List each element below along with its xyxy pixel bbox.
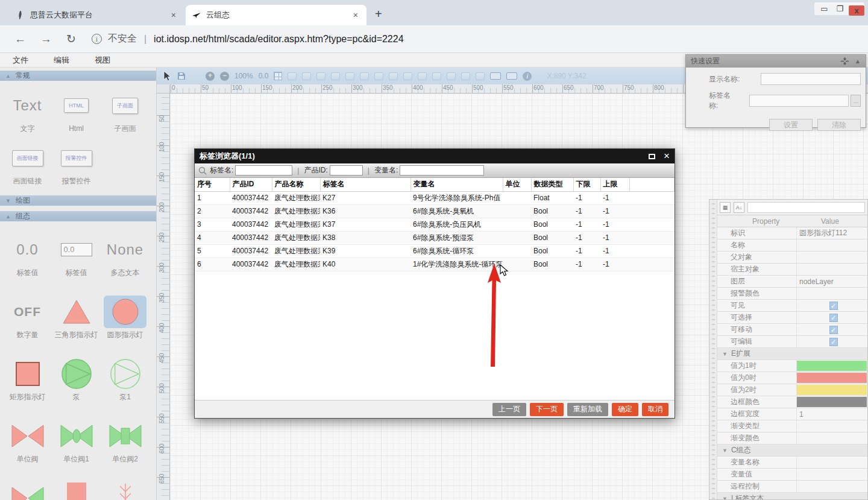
checkbox-checked-icon[interactable]: ✓ (829, 326, 838, 334)
property-row-值为1时[interactable]: 值为1时 (717, 360, 867, 372)
window-minimize-button[interactable]: ▭ (820, 4, 828, 13)
sidebar-component-单位阀2[interactable]: 单位阀2 (101, 411, 149, 464)
property-row-图层[interactable]: 图层nodeLayer (717, 276, 867, 288)
sidebar-component-车手[interactable]: 车手 (101, 473, 149, 500)
cursor-tool-icon[interactable] (163, 71, 171, 81)
property-row-变量值[interactable]: 变量值 (717, 469, 867, 481)
sidebar-section-general[interactable]: ▲ 常规 (0, 71, 156, 81)
property-value[interactable]: 1 (797, 408, 867, 420)
property-value[interactable]: 圆形指示灯112 (797, 227, 867, 239)
apply-button[interactable]: 设置 (769, 119, 813, 131)
property-value[interactable] (797, 396, 867, 408)
display-name-input[interactable] (761, 73, 861, 85)
property-value[interactable] (797, 372, 867, 384)
property-row-可编辑[interactable]: 可编辑✓ (717, 336, 867, 348)
filter-input-2[interactable] (400, 165, 484, 176)
sidebar-component-圆形指示灯[interactable]: 圆形指示灯 (101, 287, 149, 340)
forward-icon[interactable]: → (40, 33, 52, 46)
browser-tab-1[interactable]: 思普云大数据平台 × (10, 5, 184, 25)
property-filter-input[interactable] (747, 202, 865, 213)
sidebar-component-Html[interactable]: HTMLHtml (52, 81, 101, 133)
window-close-button[interactable]: ✕ x (852, 4, 858, 13)
取消-button[interactable]: 取消 (642, 403, 668, 416)
table-header-cell[interactable] (629, 178, 675, 191)
checkbox-checked-icon[interactable]: ✓ (829, 302, 838, 310)
table-row[interactable]: 1400037442废气处理数据采K279号化学洗涤除臭系统-Ph值Float-… (195, 191, 675, 204)
clear-button[interactable]: 清除 (817, 119, 861, 131)
table-header-cell[interactable]: 序号 (195, 178, 230, 191)
property-row-变量名称[interactable]: 变量名称 (717, 457, 867, 469)
property-value[interactable] (797, 252, 867, 263)
grid-toggle-icon[interactable] (274, 72, 282, 80)
filter-input-1[interactable] (330, 165, 363, 176)
table-header-cell[interactable]: 数据类型 (531, 178, 573, 191)
sidebar-component-多态文本[interactable]: None多态文本 (101, 225, 149, 277)
property-row-父对象[interactable]: 父对象 (717, 252, 867, 264)
omnibox[interactable]: i 不安全 | iot.idosp.net/html/scada/editor.… (92, 33, 404, 45)
tab-close-icon[interactable]: × (351, 10, 360, 20)
table-row[interactable]: 3400037442废气处理数据采K376#除臭系统-负压风机Bool-1-1 (195, 218, 675, 231)
property-value[interactable] (797, 384, 867, 396)
checkbox-checked-icon[interactable]: ✓ (829, 314, 838, 322)
browser-tab-2[interactable]: 云组态 × (186, 5, 366, 25)
menu-item-编辑[interactable]: 编辑 (41, 55, 82, 66)
property-row-边框颜色[interactable]: 边框颜色 (717, 396, 867, 408)
property-row-标识[interactable]: 标识圆形指示灯112 (717, 227, 867, 239)
checkbox-checked-icon[interactable]: ✓ (829, 338, 838, 346)
sidebar-component-断路器[interactable]: 断路器 (52, 473, 101, 500)
collapse-icon[interactable]: ▲ (855, 58, 861, 65)
property-group-label[interactable]: ▼E扩展 (717, 348, 867, 359)
property-value[interactable] (797, 481, 867, 492)
property-row-值为2时[interactable]: 值为2时 (717, 384, 867, 396)
property-value[interactable] (797, 239, 867, 251)
sidebar-component-三角形指示灯[interactable]: 三角形指示灯 (52, 287, 101, 340)
sidebar-component-标签值[interactable]: 0.0标签值 (3, 225, 52, 277)
window-restore-button[interactable]: ❐ (836, 4, 843, 13)
sidebar-component-单位阀1[interactable]: 单位阀1 (52, 411, 101, 464)
quick-settings-header[interactable]: 快速设置 ▲ (686, 55, 866, 68)
categorize-icon[interactable]: ▦ (720, 202, 731, 213)
dock-icon[interactable] (841, 57, 849, 65)
menu-item-文件[interactable]: 文件 (0, 55, 41, 66)
new-tab-button[interactable]: + (375, 7, 382, 21)
tag-name-input[interactable] (749, 95, 849, 107)
table-row[interactable]: 6400037442废气处理数据采K401#化学洗涤除臭系统-循环泵Bool-1… (195, 258, 675, 271)
sidebar-component-文字[interactable]: Text文字 (3, 81, 52, 133)
sidebar-component-泵1[interactable]: 泵1 (101, 349, 149, 402)
重新加载-button[interactable]: 重新加载 (567, 403, 608, 416)
filter-input-0[interactable] (235, 165, 292, 176)
property-value[interactable]: ✓ (797, 324, 867, 335)
property-row-可见[interactable]: 可见✓ (717, 300, 867, 312)
table-row[interactable]: 2400037442废气处理数据采K366#除臭系统-臭氧机Bool-1-1 (195, 204, 675, 218)
color-swatch[interactable] (797, 385, 867, 395)
sidebar-section-zutai[interactable]: ▲ 组态 (0, 211, 156, 221)
property-row-值为0时[interactable]: 值为0时 (717, 372, 867, 384)
property-value[interactable] (797, 360, 867, 372)
property-value[interactable] (797, 469, 867, 480)
table-row[interactable]: 5400037442废气处理数据采K396#除臭系统-循环泵Bool-1-1 (195, 244, 675, 258)
back-icon[interactable]: ← (14, 33, 26, 46)
property-row-可移动[interactable]: 可移动✓ (717, 324, 867, 336)
sidebar-component-标签值[interactable]: 0.0标签值 (52, 225, 101, 277)
tag-browse-button[interactable]: ... (851, 95, 861, 107)
dialog-titlebar[interactable]: 标签浏览器(1/1) × (195, 149, 675, 163)
table-header-cell[interactable]: 单位 (503, 178, 531, 191)
sidebar-component-画面链接[interactable]: 画面链接画面链接 (3, 133, 52, 186)
table-header-cell[interactable]: 变量名 (410, 178, 503, 191)
property-value[interactable]: nodeLayer (797, 276, 867, 287)
property-value[interactable] (797, 420, 867, 432)
property-row-名称[interactable]: 名称 (717, 239, 867, 252)
tab-close-icon[interactable]: × (169, 10, 178, 20)
sidebar-component-单位阀[interactable]: 单位阀 (3, 411, 52, 464)
reload-icon[interactable]: ↻ (66, 32, 76, 46)
info-icon[interactable]: i (523, 72, 532, 81)
close-icon[interactable]: × (664, 150, 670, 162)
property-row-报警颜色[interactable]: 报警颜色 (717, 288, 867, 300)
property-row-渐变类型[interactable]: 渐变类型 (717, 420, 867, 432)
property-row-渐变颜色[interactable]: 渐变颜色 (717, 432, 867, 445)
property-row-宿主对象[interactable]: 宿主对象 (717, 264, 867, 276)
maximize-icon[interactable] (649, 154, 655, 159)
sidebar-component-泵[interactable]: 泵 (52, 349, 101, 402)
zoom-out-icon[interactable]: − (220, 72, 229, 81)
property-row-远程控制[interactable]: 远程控制 (717, 481, 867, 493)
